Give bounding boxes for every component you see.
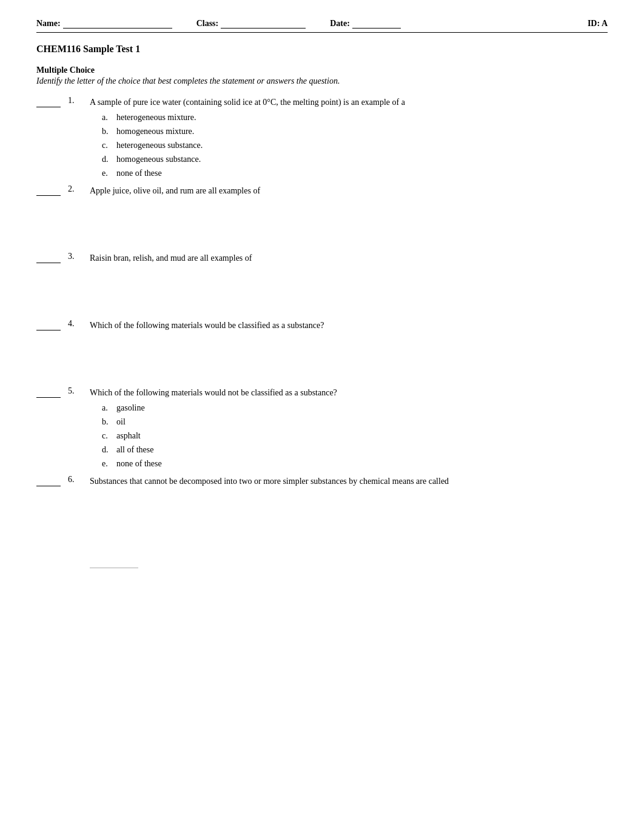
- choice-label-5b: b.: [102, 415, 116, 428]
- answer-blank-1: [36, 98, 61, 107]
- choice-label-5d: d.: [102, 443, 116, 456]
- choice-text-1b: homogeneous mixture.: [116, 125, 194, 138]
- question-spacer-4: [90, 334, 608, 383]
- question-spacer-2: [90, 200, 608, 248]
- question-number-2: 2.: [68, 184, 85, 194]
- date-line: [352, 18, 401, 29]
- choice-1b: b. homogeneous mixture.: [102, 125, 608, 138]
- date-field: Date:: [330, 18, 401, 29]
- question-body-2: Apple juice, olive oil, and rum are all …: [90, 184, 608, 248]
- question-number-4: 4.: [68, 319, 85, 329]
- name-line: [63, 18, 172, 29]
- question-number-3: 3.: [68, 252, 85, 261]
- answer-blank-5: [36, 388, 61, 398]
- question-body-3: Raisin bran, relish, and mud are all exa…: [90, 252, 608, 315]
- class-label: Class:: [196, 19, 219, 29]
- choices-list-1: a. heterogeneous mixture. b. homogeneous…: [102, 111, 608, 179]
- choice-text-1e: none of these: [116, 167, 162, 179]
- choice-text-5d: all of these: [116, 443, 153, 456]
- question-number-5: 5.: [68, 386, 85, 396]
- name-label: Name:: [36, 19, 61, 29]
- question-text-5: Which of the following materials would n…: [90, 386, 608, 399]
- question-body-1: A sample of pure ice water (containing s…: [90, 96, 608, 181]
- answer-blank-6: [36, 477, 61, 486]
- choice-1a: a. heterogeneous mixture.: [102, 111, 608, 124]
- choice-5e: e. none of these: [102, 457, 608, 470]
- id-value: A: [602, 19, 608, 28]
- answer-blank-4: [36, 321, 61, 330]
- header-row: Name: Class: Date: ID: A: [36, 18, 608, 33]
- choice-text-1d: homogeneous substance.: [116, 153, 201, 166]
- exam-title: CHEM116 Sample Test 1: [36, 44, 608, 55]
- choices-list-5: a. gasoline b. oil c. asphalt d. all of …: [102, 401, 608, 470]
- questions-list: 1. A sample of pure ice water (containin…: [36, 96, 608, 568]
- choice-text-1a: heterogeneous mixture.: [116, 111, 196, 124]
- choice-text-1c: heterogeneous substance.: [116, 139, 203, 152]
- question-number-1: 1.: [68, 96, 85, 106]
- choice-1d: d. homogeneous substance.: [102, 153, 608, 166]
- class-field: Class:: [196, 18, 306, 29]
- choice-label-5c: c.: [102, 429, 116, 442]
- choice-label-1d: d.: [102, 153, 116, 166]
- choice-1e: e. none of these: [102, 167, 608, 179]
- question-item-6: 6. Substances that cannot be decomposed …: [36, 475, 608, 568]
- id-field: ID: A: [588, 19, 608, 29]
- question-item-5: 5. Which of the following materials woul…: [36, 386, 608, 471]
- section-instruction: Identify the letter of the choice that b…: [36, 76, 608, 86]
- underline-hint-6: [90, 568, 138, 568]
- question-text-4: Which of the following materials would b…: [90, 319, 608, 332]
- question-item-4: 4. Which of the following materials woul…: [36, 319, 608, 383]
- choice-5b: b. oil: [102, 415, 608, 428]
- question-item-2: 2. Apple juice, olive oil, and rum are a…: [36, 184, 608, 248]
- choice-text-5a: gasoline: [116, 401, 145, 414]
- choice-text-5b: oil: [116, 415, 126, 428]
- question-body-6: Substances that cannot be decomposed int…: [90, 475, 608, 568]
- question-text-1: A sample of pure ice water (containing s…: [90, 96, 608, 109]
- name-field: Name:: [36, 18, 172, 29]
- choice-label-5e: e.: [102, 457, 116, 470]
- choice-label-1c: c.: [102, 139, 116, 152]
- question-body-5: Which of the following materials would n…: [90, 386, 608, 471]
- choice-5a: a. gasoline: [102, 401, 608, 414]
- question-number-6: 6.: [68, 475, 85, 485]
- choice-text-5c: asphalt: [116, 429, 141, 442]
- section-heading: Multiple Choice: [36, 65, 608, 75]
- answer-blank-3: [36, 253, 61, 263]
- exam-page: Name: Class: Date: ID: A CHEM116 Sample …: [0, 0, 644, 835]
- question-text-3: Raisin bran, relish, and mud are all exa…: [90, 252, 608, 264]
- question-item: 1. A sample of pure ice water (containin…: [36, 96, 608, 181]
- question-item-3: 3. Raisin bran, relish, and mud are all …: [36, 252, 608, 315]
- date-label: Date:: [330, 19, 350, 29]
- choice-label-1e: e.: [102, 167, 116, 179]
- question-text-2: Apple juice, olive oil, and rum are all …: [90, 184, 608, 197]
- choice-label-1b: b.: [102, 125, 116, 138]
- choice-label-5a: a.: [102, 401, 116, 414]
- choice-1c: c. heterogeneous substance.: [102, 139, 608, 152]
- question-body-4: Which of the following materials would b…: [90, 319, 608, 383]
- class-line: [221, 18, 306, 29]
- question-spacer-6: [90, 490, 608, 563]
- answer-blank-2: [36, 186, 61, 196]
- choice-text-5e: none of these: [116, 457, 162, 470]
- id-label: ID:: [588, 19, 600, 28]
- choice-5c: c. asphalt: [102, 429, 608, 442]
- choice-5d: d. all of these: [102, 443, 608, 456]
- question-spacer-3: [90, 267, 608, 315]
- question-text-6: Substances that cannot be decomposed int…: [90, 475, 608, 488]
- choice-label-1a: a.: [102, 111, 116, 124]
